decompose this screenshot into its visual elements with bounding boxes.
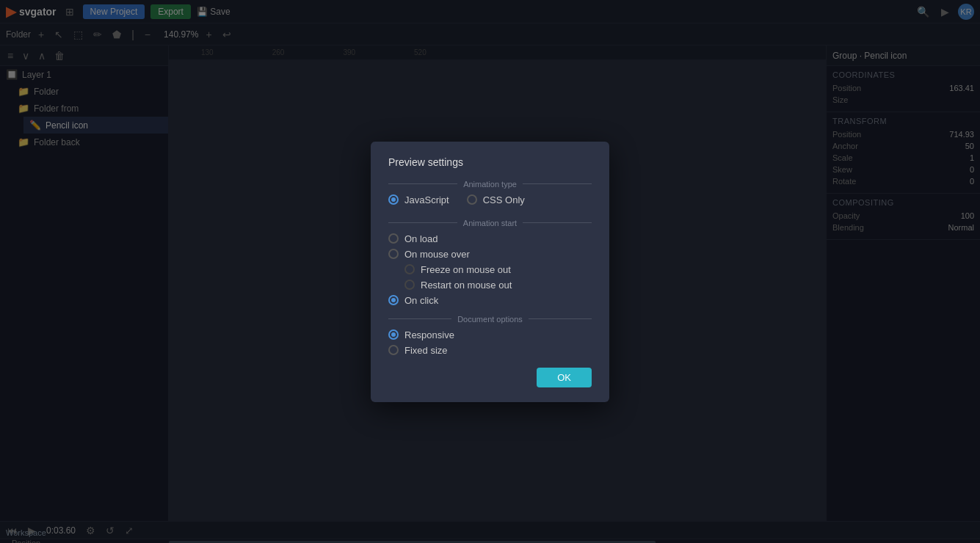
radio-fixed-size-label: Fixed size: [404, 345, 448, 356]
divider-line-doc-right: [529, 318, 592, 319]
radio-css-only[interactable]: CSS Only: [467, 194, 525, 205]
animation-start-group: On load On mouse over Freeze on mouse ou…: [388, 233, 592, 306]
radio-on-click[interactable]: On click: [388, 295, 592, 306]
animation-type-label: Animation type: [463, 180, 517, 189]
radio-on-mouse-over[interactable]: On mouse over: [388, 249, 592, 260]
document-options-group: Responsive Fixed size: [388, 329, 592, 356]
modal-footer: OK: [388, 368, 592, 387]
radio-css-outer: [467, 194, 477, 205]
radio-freeze-on-mouse-out[interactable]: Freeze on mouse out: [404, 264, 592, 275]
radio-restart-label: Restart on mouse out: [421, 280, 512, 291]
animation-type-options: JavaScript CSS Only: [388, 194, 592, 210]
radio-restart-on-mouse-out[interactable]: Restart on mouse out: [404, 280, 592, 291]
radio-restart-outer: [404, 280, 415, 290]
radio-on-mouse-over-outer: [388, 249, 399, 259]
mouse-over-sub-options: Freeze on mouse out Restart on mouse out: [404, 264, 592, 291]
animation-type-divider: Animation type: [388, 180, 592, 189]
divider-line-start-left: [388, 222, 457, 223]
ok-button[interactable]: OK: [537, 368, 592, 387]
radio-responsive-outer: [388, 329, 399, 340]
radio-on-load-label: On load: [404, 233, 438, 244]
radio-javascript-inner: [391, 197, 396, 202]
radio-css-label: CSS Only: [483, 194, 525, 205]
radio-fixed-size[interactable]: Fixed size: [388, 345, 592, 356]
preview-settings-modal: Preview settings Animation type JavaScri…: [371, 142, 609, 402]
radio-fixed-size-outer: [388, 345, 399, 355]
radio-javascript[interactable]: JavaScript: [388, 194, 449, 205]
animation-start-divider: Animation start: [388, 219, 592, 227]
radio-on-click-outer: [388, 295, 399, 305]
radio-on-load[interactable]: On load: [388, 233, 592, 244]
divider-line-doc-left: [388, 318, 451, 319]
animation-start-label: Animation start: [463, 219, 517, 227]
document-options-label: Document options: [457, 315, 523, 324]
divider-line-start-right: [523, 222, 592, 223]
divider-line-left: [388, 183, 457, 184]
modal-overlay: Preview settings Animation type JavaScri…: [0, 0, 980, 543]
radio-freeze-label: Freeze on mouse out: [421, 264, 511, 275]
document-options-divider: Document options: [388, 315, 592, 324]
radio-freeze-outer: [404, 264, 415, 274]
radio-responsive-label: Responsive: [404, 329, 454, 340]
divider-line-right: [523, 183, 592, 184]
radio-on-click-inner: [391, 298, 396, 302]
modal-title: Preview settings: [388, 156, 592, 168]
radio-responsive-inner: [391, 332, 396, 337]
radio-javascript-label: JavaScript: [404, 194, 449, 205]
radio-responsive[interactable]: Responsive: [388, 329, 592, 340]
radio-on-click-label: On click: [404, 295, 438, 306]
radio-on-mouse-over-label: On mouse over: [404, 249, 470, 260]
radio-javascript-outer: [388, 194, 399, 205]
radio-on-load-outer: [388, 233, 399, 244]
